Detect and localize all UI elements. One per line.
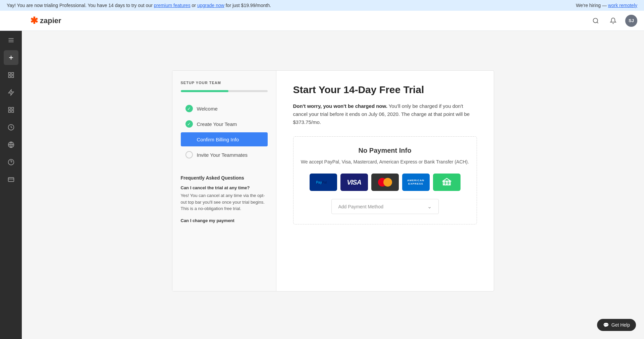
svg-rect-21 [8,178,14,182]
svg-marker-29 [443,178,450,181]
svg-marker-11 [8,90,13,95]
payment-box-title: No Payment Info [300,147,470,154]
step-invite-teammates-icon [185,151,193,158]
sidebar-item-zaps[interactable] [4,85,18,100]
visa-icon: VISA [340,174,368,191]
faq-q1: Can I cancel the trial at any time? [181,185,268,190]
add-payment-dropdown[interactable]: Add Payment Method ⌄ [331,199,439,214]
banner-left: Yay! You are now trialing Professional. … [7,3,271,8]
search-icon[interactable] [590,15,601,26]
step-confirm-billing-icon [185,136,193,143]
setup-content: Start Your 14-Day Free Trial Don't worry… [276,71,494,291]
sidebar [0,29,22,339]
banner-price: for just $19.99/month. [224,3,271,8]
sidebar-item-help[interactable] [4,155,18,170]
logo-icon: ✱ [30,15,38,26]
mastercard-icon [371,174,399,191]
chevron-down-icon: ⌄ [427,203,432,210]
header-right: SJ [590,15,637,27]
top-banner: Yay! You are now trialing Professional. … [0,0,644,11]
setup-sidebar: SETUP YOUR TEAM ✓ Welcome ✓ Create Your … [172,71,276,291]
step-welcome[interactable]: ✓ Welcome [181,101,268,116]
amex-icon: AMERICAN EXPRESS [402,174,430,191]
get-help-label: Get Help [611,322,630,328]
sidebar-item-billing[interactable] [4,172,18,187]
faq-q2: Can I change my payment [181,218,268,223]
svg-rect-12 [8,108,10,110]
step-create-team[interactable]: ✓ Create Your Team [181,117,268,131]
payment-box: No Payment Info We accept PayPal, Visa, … [293,136,477,224]
main-content: SETUP YOUR TEAM ✓ Welcome ✓ Create Your … [22,60,644,301]
hiring-text: We're hiring — [576,3,608,8]
svg-text:Pal: Pal [322,181,327,184]
paypal-icon: Pay Pal [310,174,337,191]
payment-box-desc: We accept PayPal, Visa, Mastercard, Amer… [300,158,470,165]
sidebar-item-dashboard[interactable] [4,68,18,82]
svg-rect-14 [8,111,10,113]
svg-rect-7 [8,73,10,75]
svg-text:Pay: Pay [316,181,322,184]
work-remotely-link[interactable]: work remotely [608,3,637,8]
svg-rect-25 [443,182,444,185]
step-welcome-icon: ✓ [185,105,193,112]
faq-title: Frequently Asked Questions [181,175,268,181]
banner-text: Yay! You are now trialing Professional. … [7,3,154,8]
banner-middle: or [191,3,197,8]
step-confirm-billing[interactable]: Confirm Billing Info [181,132,268,146]
progress-bar-wrap [181,90,268,92]
payment-icons: Pay Pal VISA [300,174,470,191]
svg-rect-15 [11,111,13,113]
faq-section: Frequently Asked Questions Can I cancel … [181,175,268,223]
content-title: Start Your 14-Day Free Trial [293,84,477,95]
premium-link[interactable]: premium features [154,3,191,8]
svg-line-1 [597,22,598,23]
step-invite-teammates[interactable]: Invite Your Teammates [181,148,268,162]
svg-rect-26 [446,182,447,185]
faq-a1: Yes! You can cancel at any time via the … [181,192,268,212]
header: ✱ zapier SJ [0,11,644,31]
svg-rect-13 [11,108,13,110]
svg-rect-10 [11,76,13,78]
logo: ✱ zapier [30,15,61,26]
notifications-icon[interactable] [608,15,619,26]
chat-icon: 💬 [603,322,609,328]
get-help-button[interactable]: 💬 Get Help [597,319,636,331]
setup-title: SETUP YOUR TEAM [181,81,268,85]
step-invite-teammates-label: Invite Your Teammates [197,152,248,158]
step-welcome-label: Welcome [197,106,218,112]
progress-bar-fill [181,90,228,92]
step-confirm-billing-label: Confirm Billing Info [197,137,239,142]
step-create-team-label: Create Your Team [197,121,237,127]
subtitle-bold: Don't worry, you won't be charged now. [293,103,387,109]
bank-icon [433,174,461,191]
setup-container: SETUP YOUR TEAM ✓ Welcome ✓ Create Your … [172,70,494,291]
sidebar-item-add[interactable] [4,50,18,65]
svg-rect-8 [11,73,13,75]
avatar[interactable]: SJ [625,15,637,27]
sidebar-item-menu[interactable] [4,33,18,48]
svg-rect-9 [8,76,10,78]
svg-point-0 [593,18,598,22]
svg-rect-27 [449,182,450,185]
logo-text: zapier [40,16,61,25]
content-subtitle: Don't worry, you won't be charged now. Y… [293,102,477,126]
add-payment-label: Add Payment Method [338,204,384,209]
step-create-team-icon: ✓ [185,120,193,128]
sidebar-item-globe[interactable] [4,137,18,152]
upgrade-link[interactable]: upgrade now [197,3,224,8]
sidebar-item-apps[interactable] [4,103,18,117]
sidebar-item-history[interactable] [4,120,18,135]
banner-right: We're hiring — work remotely [576,3,637,8]
